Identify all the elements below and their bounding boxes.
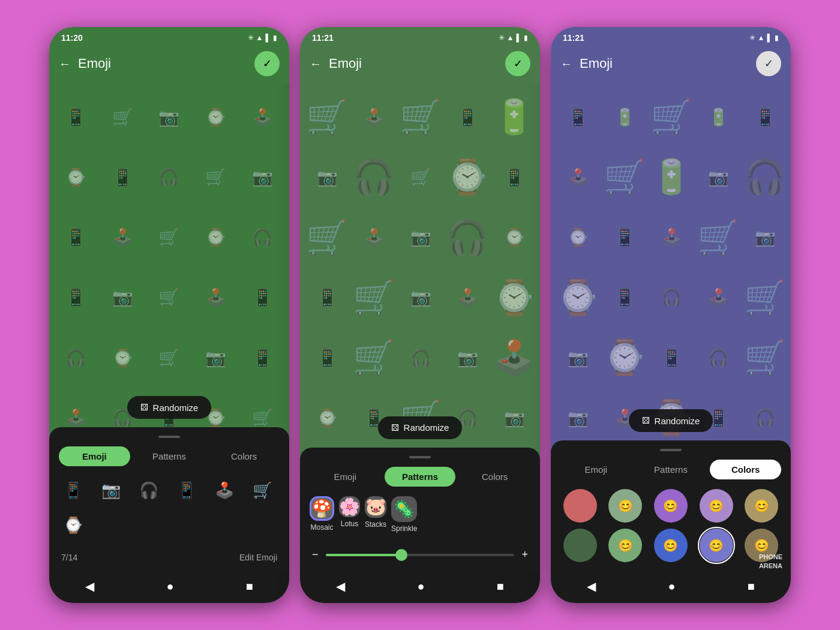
- dice-icon-1: ⚄: [140, 402, 148, 413]
- emoji-count: 7/14: [61, 553, 77, 562]
- nav-back-1[interactable]: ◀: [85, 579, 94, 593]
- dice-icon-2: ⚄: [391, 422, 399, 433]
- time-2: 11:21: [312, 33, 334, 43]
- pattern-lotus-label: Lotus: [339, 520, 360, 528]
- slider-increase[interactable]: +: [521, 548, 528, 561]
- wp-icon: 🎧: [697, 330, 739, 385]
- nav-home-1[interactable]: ●: [166, 580, 173, 593]
- pattern-mosaic-label: Mosaic: [310, 523, 334, 532]
- color-circle-red[interactable]: [563, 489, 597, 523]
- wifi-icon-3: ▲: [758, 34, 765, 42]
- dice-icon-3: ⚄: [642, 415, 650, 426]
- color-circle-purple[interactable]: 😊: [654, 489, 688, 523]
- nav-home-3[interactable]: ●: [668, 580, 675, 593]
- signal-icon-1: ▌: [265, 34, 271, 42]
- emoji-cell-camera[interactable]: 📷: [97, 476, 125, 505]
- wp-icon: 📷: [400, 210, 442, 265]
- edit-emoji-button[interactable]: Edit Emoji: [239, 553, 277, 562]
- slider-thumb[interactable]: [395, 549, 407, 561]
- tab-emoji-2[interactable]: Emoji: [310, 467, 381, 487]
- tab-patterns-2[interactable]: Patterns: [385, 467, 456, 487]
- status-icons-1: ✳ ▲ ▌ ▮: [248, 34, 277, 42]
- wp-icon: ⌚: [195, 89, 237, 145]
- wp-icon: ⌚: [557, 210, 599, 265]
- wp-icon-large: ⌚: [493, 270, 535, 325]
- back-button-2[interactable]: ←: [310, 57, 322, 71]
- color-circle-dark-green[interactable]: [563, 529, 597, 562]
- slider-track[interactable]: [326, 554, 515, 556]
- phones-container: 11:20 ✳ ▲ ▌ ▮ ← Emoji ✓ 📱 🛒 📷 ⌚ 🕹️: [49, 27, 791, 603]
- wp-icon-large: 🛒: [744, 330, 786, 385]
- wp-icon-large: 🕹️: [493, 330, 535, 385]
- nav-recents-2[interactable]: ■: [497, 580, 504, 593]
- tab-emoji-3[interactable]: Emoji: [560, 460, 632, 479]
- emoji-cell-phone[interactable]: 📱: [59, 476, 88, 505]
- status-icons-2: ✳ ▲ ▌ ▮: [499, 34, 528, 42]
- time-1: 11:20: [61, 33, 83, 43]
- nav-back-2[interactable]: ◀: [336, 579, 345, 593]
- tab-patterns-1[interactable]: Patterns: [134, 446, 205, 466]
- emoji-cell-watch[interactable]: ⌚: [59, 511, 88, 539]
- sheet-handle-1: [158, 436, 180, 438]
- wp-icon: 🕹️: [557, 149, 599, 205]
- check-icon-1: ✓: [263, 57, 272, 70]
- confirm-button-2[interactable]: ✓: [505, 51, 530, 76]
- nav-home-2[interactable]: ●: [417, 580, 424, 593]
- confirm-button-3[interactable]: ✓: [756, 51, 781, 76]
- wp-icon: 📱: [306, 270, 348, 325]
- tab-colors-1[interactable]: Colors: [208, 446, 280, 466]
- pattern-stacks[interactable]: 🐷 Stacks: [365, 496, 386, 538]
- battery-icon-3: ▮: [775, 34, 779, 42]
- tab-colors-2[interactable]: Colors: [459, 467, 530, 487]
- wp-icon: 🛒: [148, 330, 190, 385]
- color-emoji: 😊: [663, 538, 678, 553]
- pattern-sprinkle[interactable]: 🦠 Sprinkle: [391, 496, 417, 538]
- color-circle-lavender[interactable]: 😊: [700, 489, 733, 523]
- color-emoji: 😊: [618, 499, 633, 513]
- status-icons-3: ✳ ▲ ▌ ▮: [749, 34, 779, 42]
- color-circle-green[interactable]: 😊: [608, 529, 642, 562]
- patterns-grid: 🍄 Mosaic 🌸 Lotus 🐷 Stacks 🦠 Sprinkle: [310, 496, 530, 538]
- nav-recents-1[interactable]: ■: [246, 580, 253, 593]
- check-icon-3: ✓: [764, 57, 773, 70]
- wp-icon-large: 🎧: [353, 149, 395, 205]
- tab-colors-3[interactable]: Colors: [710, 460, 781, 479]
- color-circle-green-light[interactable]: 😊: [608, 489, 642, 523]
- pattern-lotus[interactable]: 🌸 Lotus: [339, 496, 360, 538]
- randomize-button-1[interactable]: ⚄ Randomize: [127, 396, 212, 419]
- emoji-cell-gamepad[interactable]: 🕹️: [210, 476, 239, 505]
- color-circle-tan[interactable]: 😊: [745, 489, 778, 523]
- tab-patterns-3[interactable]: Patterns: [635, 460, 707, 479]
- wp-icon: 🛒: [148, 210, 190, 265]
- wp-icon-large: 🛒: [353, 330, 395, 385]
- emoji-cell-cart[interactable]: 🛒: [248, 476, 277, 505]
- randomize-button-2[interactable]: ⚄ Randomize: [378, 416, 463, 439]
- emoji-cell-headphones[interactable]: 🎧: [134, 476, 163, 505]
- bluetooth-icon-1: ✳: [248, 34, 254, 42]
- color-circle-selected[interactable]: 😊: [700, 529, 733, 562]
- nav-back-3[interactable]: ◀: [587, 579, 596, 593]
- randomize-button-3[interactable]: ⚄ Randomize: [629, 409, 713, 432]
- confirm-button-1[interactable]: ✓: [254, 51, 280, 76]
- wp-icon-large: ⌚: [604, 330, 646, 385]
- wp-icon: 📷: [697, 149, 739, 205]
- emoji-cell-phone2[interactable]: 📱: [172, 476, 201, 505]
- top-bar-3: ← Emoji ✓: [551, 46, 791, 83]
- color-circle-blue[interactable]: 😊: [654, 529, 688, 562]
- phone-2: 11:21 ✳ ▲ ▌ ▮ ← Emoji ✓ 🛒 🕹️ 🛒 📱 🔋 📷: [300, 27, 540, 603]
- wp-icon: 🔋: [697, 89, 739, 145]
- nav-recents-3[interactable]: ■: [748, 580, 755, 593]
- wp-icon: 📷: [557, 330, 599, 385]
- wp-icon: 🕹️: [102, 210, 144, 265]
- wp-icon-large: 🔋: [493, 89, 535, 145]
- back-button-3[interactable]: ←: [560, 57, 572, 71]
- slider-decrease[interactable]: −: [312, 548, 319, 561]
- wp-icon: 📱: [604, 210, 646, 265]
- pattern-mosaic[interactable]: 🍄 Mosaic: [310, 496, 334, 538]
- wp-icon: 🎧: [400, 330, 442, 385]
- wp-icon-large: ⌚: [446, 149, 488, 205]
- wp-icon: 📷: [306, 149, 348, 205]
- tab-emoji-1[interactable]: Emoji: [59, 446, 130, 466]
- battery-icon-2: ▮: [524, 34, 528, 42]
- back-button-1[interactable]: ←: [59, 57, 71, 71]
